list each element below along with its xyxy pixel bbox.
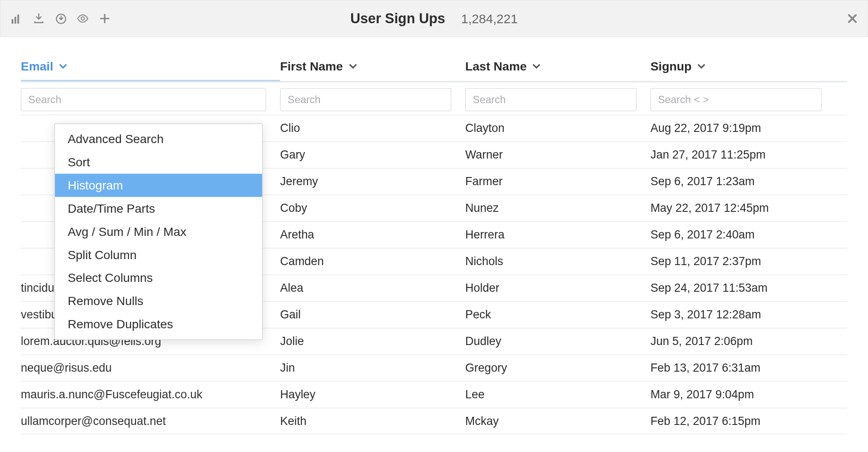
svg-rect-0 <box>12 19 13 24</box>
dropdown-item[interactable]: Remove Nulls <box>55 290 262 313</box>
cell-last-name: Herrera <box>465 228 650 241</box>
cell-first-name: Gary <box>280 148 465 162</box>
column-label: Email <box>21 60 54 73</box>
circle-down-icon[interactable] <box>55 13 67 24</box>
cell-signup: Feb 13, 2017 6:31am <box>650 361 835 375</box>
cell-last-name: Lee <box>465 388 650 401</box>
cell-signup: Mar 9, 2017 9:04pm <box>650 388 835 401</box>
cell-first-name: Jolie <box>280 335 465 348</box>
dropdown-item[interactable]: Select Columns <box>55 266 262 290</box>
cell-first-name: Camden <box>280 255 465 268</box>
cell-email: mauris.a.nunc@Fuscefeugiat.co.uk <box>21 388 280 401</box>
column-header-first-name[interactable]: First Name <box>280 60 465 73</box>
cell-first-name: Keith <box>280 414 465 428</box>
cell-first-name: Jeremy <box>280 175 465 188</box>
cell-first-name: Coby <box>280 202 465 215</box>
dropdown-item[interactable]: Split Column <box>55 243 262 266</box>
dropdown-item[interactable]: Remove Duplicates <box>55 313 262 336</box>
cell-first-name: Gail <box>280 308 465 321</box>
chevron-down-icon <box>349 64 357 69</box>
eye-icon[interactable] <box>77 13 88 24</box>
cell-signup: Sep 6, 2017 1:23am <box>650 175 835 188</box>
cell-last-name: Warner <box>465 148 650 162</box>
cell-last-name: Mckay <box>465 414 650 428</box>
cell-last-name: Farmer <box>465 175 650 188</box>
cell-signup: Sep 11, 2017 2:37pm <box>650 255 835 268</box>
chevron-down-icon <box>532 64 540 69</box>
cell-signup: Jun 5, 2017 2:06pm <box>650 335 835 348</box>
plus-icon[interactable] <box>99 13 111 24</box>
column-header-last-name[interactable]: Last Name <box>465 60 650 73</box>
cell-first-name: Hayley <box>280 388 465 401</box>
cell-last-name: Gregory <box>465 361 650 375</box>
cell-last-name: Nichols <box>465 255 650 268</box>
dropdown-item[interactable]: Sort <box>55 150 262 174</box>
cell-signup: Sep 6, 2017 2:40am <box>650 228 835 241</box>
column-dropdown-menu: Advanced SearchSortHistogramDate/Time Pa… <box>55 123 263 340</box>
dropdown-item[interactable]: Advanced Search <box>55 128 262 151</box>
cell-signup: May 22, 2017 12:45pm <box>650 202 835 215</box>
svg-rect-1 <box>15 17 16 24</box>
cell-last-name: Peck <box>465 308 650 321</box>
bar-chart-icon[interactable] <box>11 13 23 24</box>
table-row[interactable]: ullamcorper@consequat.netKeithMckayFeb 1… <box>21 408 847 434</box>
dropdown-item[interactable]: Date/Time Parts <box>55 197 262 220</box>
chevron-down-icon <box>698 64 706 69</box>
svg-point-4 <box>81 17 84 20</box>
cell-signup: Aug 22, 2017 9:19pm <box>650 122 835 135</box>
table-header: Email First Name Last Name Signup <box>21 52 847 81</box>
search-input-email[interactable] <box>21 88 267 111</box>
search-input-first-name[interactable] <box>280 88 451 111</box>
cell-email: neque@risus.edu <box>21 361 280 375</box>
record-count: 1,284,221 <box>461 12 518 26</box>
table-row[interactable]: neque@risus.eduJinGregoryFeb 13, 2017 6:… <box>21 354 847 381</box>
column-header-signup[interactable]: Signup <box>650 60 835 73</box>
cell-last-name: Clayton <box>465 122 650 135</box>
chevron-down-icon <box>59 64 67 69</box>
column-label: Signup <box>650 60 692 73</box>
column-label: First Name <box>280 60 343 73</box>
cell-signup: Sep 3, 2017 12:28am <box>650 308 835 321</box>
cell-last-name: Nunez <box>465 202 650 215</box>
cell-first-name: Jin <box>280 361 465 375</box>
dropdown-item[interactable]: Histogram <box>55 174 262 197</box>
close-icon[interactable] <box>848 14 857 23</box>
column-header-email[interactable]: Email <box>21 60 280 73</box>
cell-last-name: Dudley <box>465 335 650 348</box>
page-title: User Sign Ups <box>350 10 445 26</box>
cell-first-name: Alea <box>280 281 465 295</box>
table-row[interactable]: mauris.a.nunc@Fuscefeugiat.co.ukHayleyLe… <box>21 381 847 408</box>
cell-first-name: Clio <box>280 122 465 135</box>
filter-row <box>21 88 847 111</box>
cell-email: ullamcorper@consequat.net <box>21 414 280 428</box>
column-label: Last Name <box>465 60 527 73</box>
topbar: User Sign Ups 1,284,221 <box>0 0 868 37</box>
cell-last-name: Holder <box>465 281 650 295</box>
dropdown-item[interactable]: Avg / Sum / Min / Max <box>55 220 262 243</box>
cell-signup: Jan 27, 2017 11:25pm <box>650 148 835 162</box>
cell-signup: Feb 12, 2017 6:15pm <box>650 414 835 428</box>
search-input-signup[interactable] <box>650 88 822 111</box>
download-icon[interactable] <box>33 13 45 24</box>
toolbar-icons <box>11 13 111 24</box>
search-input-last-name[interactable] <box>465 88 637 111</box>
svg-rect-2 <box>17 15 19 24</box>
cell-signup: Sep 24, 2017 11:53am <box>650 281 835 295</box>
cell-first-name: Aretha <box>280 228 465 241</box>
